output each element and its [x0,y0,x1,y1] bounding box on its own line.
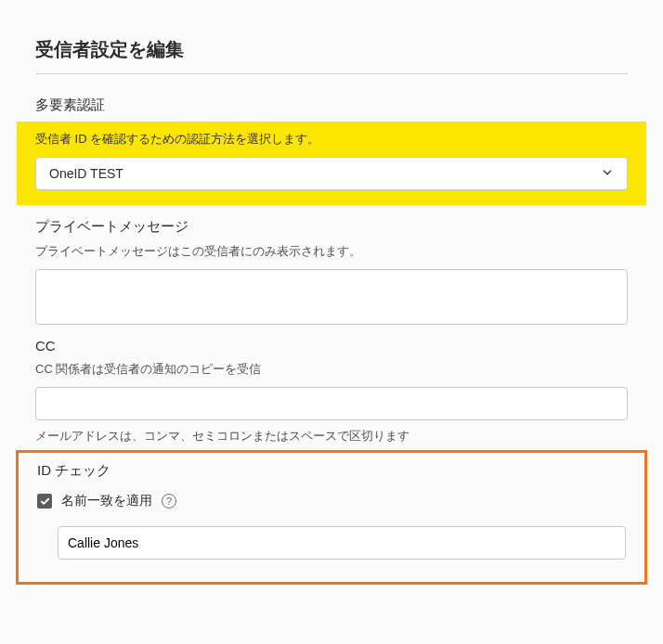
cc-input[interactable] [35,387,628,420]
mfa-help-text: 受信者 ID を確認するための認証方法を選択します。 [35,131,628,148]
id-check-label: ID チェック [37,462,626,480]
cc-label: CC [35,338,628,354]
chevron-down-icon [601,166,614,182]
private-message-input[interactable] [35,269,628,325]
private-message-label: プライベートメッセージ [35,218,628,236]
mfa-select-value: OneID TEST [49,166,124,181]
page-title: 受信者設定を編集 [35,37,628,74]
id-check-name-input[interactable] [58,526,626,560]
name-match-label: 名前一致を適用 [61,493,152,509]
name-match-checkbox[interactable] [37,494,52,509]
cc-sub-help: メールアドレスは、コンマ、セミコロンまたはスペースで区切ります [35,428,628,444]
cc-help: CC 関係者は受信者の通知のコピーを受信 [35,361,628,378]
private-message-help: プライベートメッセージはこの受信者にのみ表示されます。 [35,243,628,260]
mfa-label: 多要素認証 [35,97,628,114]
help-icon[interactable]: ? [162,494,176,509]
mfa-highlight: 受信者 ID を確認するための認証方法を選択します。 OneID TEST [17,122,646,205]
mfa-select[interactable]: OneID TEST [35,157,628,190]
id-check-section: ID チェック 名前一致を適用 ? [16,450,647,585]
